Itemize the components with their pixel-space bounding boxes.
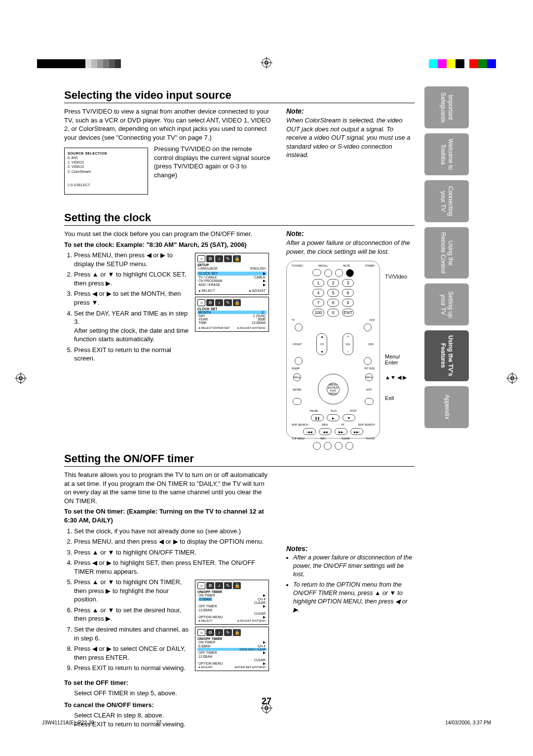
crop-mark-right xyxy=(506,372,518,384)
remote-label-menu: Menu/ Enter xyxy=(385,354,400,365)
tab-connecting: Connectingyour TV xyxy=(424,180,469,222)
remote-control-diagram: TV/VIDEO RECALL MUTE POWER 123 456 789 1… xyxy=(286,261,380,438)
s3-off-p: Select OFF TIMER in step 5, above. xyxy=(74,689,271,698)
notes-heading: Notes: xyxy=(286,545,415,553)
heading-video-source: Selecting the video input source xyxy=(64,89,415,103)
s2-toset: To set the clock: Example: "8:30 AM" Mar… xyxy=(64,240,271,249)
s2-steps-list: Press MENU, then press ◀ or ▶ to display… xyxy=(64,251,189,365)
remote-label-arrows: ▲▼ ◀ ▶ xyxy=(385,374,407,381)
tab-remote: Using theRemote Control xyxy=(424,227,469,279)
s1-paragraph: Press TV/VIDEO to view a signal from ano… xyxy=(64,107,271,142)
heading-onoff: Setting the ON/OFF timer xyxy=(64,452,415,467)
osd-clockset: ☼⚙♪✎🔒 CLOCK SET MONTH3 DAY1 (SUN) YEAR00… xyxy=(195,297,269,332)
s3-cancel-p1: Select CLEAR in step 8, above. xyxy=(74,711,271,720)
s3-off-h: To set the OFF timer: xyxy=(64,678,271,687)
s2-note: After a power failure or disconnection o… xyxy=(286,239,415,256)
page-number: 27 xyxy=(262,696,271,707)
s3-notes-list: After a power failure or disconnection o… xyxy=(286,554,415,614)
source-selection-diagram: SOURCE SELECTION 0. ANT 1. VIDEO1 2. VID… xyxy=(64,148,148,195)
footer-left: J3W41121A(E)_P22-30 27 xyxy=(42,720,161,725)
tab-appendix: Appendix xyxy=(424,386,469,428)
heading-clock: Setting the clock xyxy=(64,211,415,226)
s2-intro: You must set the clock before you can pr… xyxy=(64,230,271,239)
s1-note: When ColorStream is selected, the video … xyxy=(286,116,415,159)
osd-onoff-2: ☼⚙♪✎🔒 ON/OFF TIMER ON TIMER▶ 6:30AMCH 4 … xyxy=(195,627,269,671)
side-tabs: ImportantSafeguards Welcome toToshiba Co… xyxy=(424,86,469,732)
s1-press-text: Pressing TV/VIDEO on the remote control … xyxy=(154,145,271,196)
s3-toset: To set the ON timer: (Example: Turning o… xyxy=(64,507,271,524)
crop-mark-left xyxy=(15,372,27,384)
s3-intro: This feature allows you to program the T… xyxy=(64,471,271,505)
osd-setup: ☼⚙♪✎🔒 SETUP LANGUAGEENGLISH CLOCK SET▶ T… xyxy=(195,253,269,295)
osd-onoff-1: ☼⚙♪✎🔒 ON/OFF TIMER ON TIMER▶ 6:00AMCH 4 … xyxy=(195,580,269,625)
s3-steps-list-2: Press ▲ or ▼ to highlight ON TIMER, then… xyxy=(64,578,189,674)
remote-label-tvvideo: TV/Video xyxy=(385,274,407,279)
remote-label-exit: Exit xyxy=(385,395,394,401)
footer-right: 14/03/2006, 3:37 PM xyxy=(445,720,491,725)
s3-cancel-h: To cancel the ON/OFF timers: xyxy=(64,701,271,710)
s3-steps-list: Set the clock, if you have not already d… xyxy=(64,527,271,576)
registration-bar-left xyxy=(37,59,121,68)
note-heading: Note: xyxy=(286,230,415,238)
tab-features: Using the TV'sFeatures xyxy=(424,330,469,381)
crop-mark-top xyxy=(261,57,272,69)
registration-bar-right xyxy=(429,59,496,68)
tab-safeguards: ImportantSafeguards xyxy=(424,86,469,128)
note-heading: Note: xyxy=(286,107,415,115)
tab-welcome: Welcome toToshiba xyxy=(424,133,469,175)
tab-settingup: Setting upyour TV xyxy=(424,283,469,325)
